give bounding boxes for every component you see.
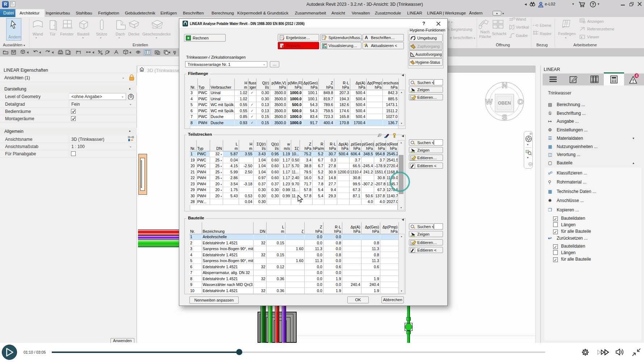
svg-text:?: ? xyxy=(592,2,594,7)
svg-text:OBEN: OBEN xyxy=(498,101,511,106)
svg-text:W: W xyxy=(485,97,493,106)
svg-text:O: O xyxy=(518,97,523,106)
svg-text:S: S xyxy=(502,113,507,121)
svg-text:N: N xyxy=(502,81,507,89)
